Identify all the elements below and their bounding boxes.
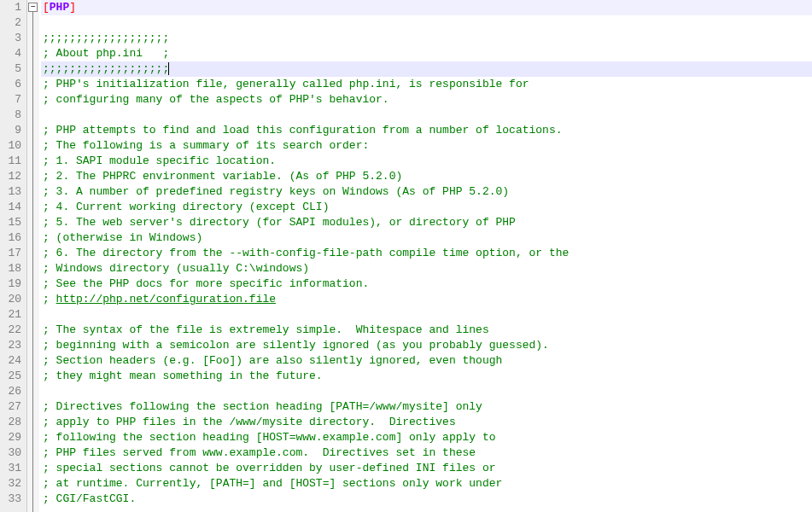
line-number-gutter: 1234567891011121314151617181920212223242… [0,0,27,512]
code-line[interactable]: ; special sections cannot be overridden … [41,461,812,476]
code-line[interactable]: ; beginning with a semicolon are silentl… [41,338,812,353]
code-line[interactable]: ; The following is a summary of its sear… [41,138,812,154]
line-number: 30 [3,445,21,461]
line-number: 24 [3,353,21,369]
code-line[interactable] [41,384,812,399]
code-line[interactable]: ; About php.ini ; [41,46,812,61]
line-number: 28 [3,415,21,430]
fold-guide-line [32,12,33,512]
line-number: 15 [3,215,21,230]
line-number: 27 [3,399,21,415]
code-line[interactable]: ; PHP attempts to find and load this con… [41,123,812,138]
hyperlink[interactable]: http://php.net/configuration.file [56,293,276,305]
code-line[interactable]: ; 2. The PHPRC environment variable. (As… [41,169,812,184]
fold-column [27,0,39,512]
line-number: 31 [3,461,21,476]
code-line[interactable]: ; PHP's initialization file, generally c… [41,77,812,92]
code-line[interactable]: ; Windows directory (usually C:\windows) [41,261,812,276]
line-number: 9 [3,123,21,138]
line-number: 5 [3,61,21,77]
code-line[interactable]: ; they might mean something in the futur… [41,369,812,384]
line-number: 7 [3,92,21,108]
code-line[interactable]: ;;;;;;;;;;;;;;;;;;; [41,31,812,46]
fold-toggle-icon[interactable] [28,3,38,12]
code-line[interactable]: ; configuring many of the aspects of PHP… [41,92,812,108]
line-number: 19 [3,276,21,292]
code-line[interactable]: ; Directives following the section headi… [41,399,812,415]
line-number: 18 [3,261,21,276]
line-number: 25 [3,369,21,384]
line-number: 4 [3,46,21,61]
code-line[interactable]: ; (otherwise in Windows) [41,230,812,246]
line-number: 10 [3,138,21,154]
code-line[interactable]: ; PHP files served from www.example.com.… [41,445,812,461]
code-line[interactable]: ; CGI/FastCGI. [41,492,812,507]
text-caret [168,62,169,75]
line-number: 3 [3,31,21,46]
line-number: 2 [3,15,21,31]
code-line[interactable] [41,307,812,323]
line-number: 13 [3,184,21,200]
code-line[interactable]: ; 4. Current working directory (except C… [41,200,812,215]
code-line[interactable]: ; The syntax of the file is extremely si… [41,323,812,338]
line-number: 11 [3,154,21,169]
code-line[interactable]: ; 6. The directory from the --with-confi… [41,246,812,261]
code-line[interactable] [41,108,812,123]
line-number: 33 [3,492,21,507]
line-number: 16 [3,230,21,246]
line-number: 12 [3,169,21,184]
code-line[interactable]: [PHP] [41,0,812,15]
code-line[interactable]: ; apply to PHP files in the /www/mysite … [41,415,812,430]
code-line[interactable]: ; 1. SAPI module specific location. [41,154,812,169]
line-number: 26 [3,384,21,399]
line-number: 29 [3,430,21,445]
code-line[interactable]: ; at runtime. Currently, [PATH=] and [HO… [41,476,812,492]
code-line[interactable]: ; Section headers (e.g. [Foo]) are also … [41,353,812,369]
line-number: 21 [3,307,21,323]
code-line[interactable]: ; following the section heading [HOST=ww… [41,430,812,445]
line-number: 20 [3,292,21,307]
line-number: 8 [3,108,21,123]
code-line[interactable]: ; http://php.net/configuration.file [41,292,812,307]
code-line[interactable] [41,15,812,31]
line-number: 1 [3,0,21,15]
line-number: 6 [3,77,21,92]
code-editor[interactable]: 1234567891011121314151617181920212223242… [0,0,812,512]
code-line[interactable]: ; 5. The web server's directory (for SAP… [41,215,812,230]
line-number: 32 [3,476,21,492]
code-line[interactable]: ; 3. A number of predefined registry key… [41,184,812,200]
code-area[interactable]: [PHP];;;;;;;;;;;;;;;;;;;; About php.ini … [39,0,812,512]
line-number: 22 [3,323,21,338]
line-number: 17 [3,246,21,261]
code-line[interactable]: ;;;;;;;;;;;;;;;;;;; [41,61,812,77]
code-line[interactable]: ; See the PHP docs for more specific inf… [41,276,812,292]
line-number: 14 [3,200,21,215]
line-number: 23 [3,338,21,353]
